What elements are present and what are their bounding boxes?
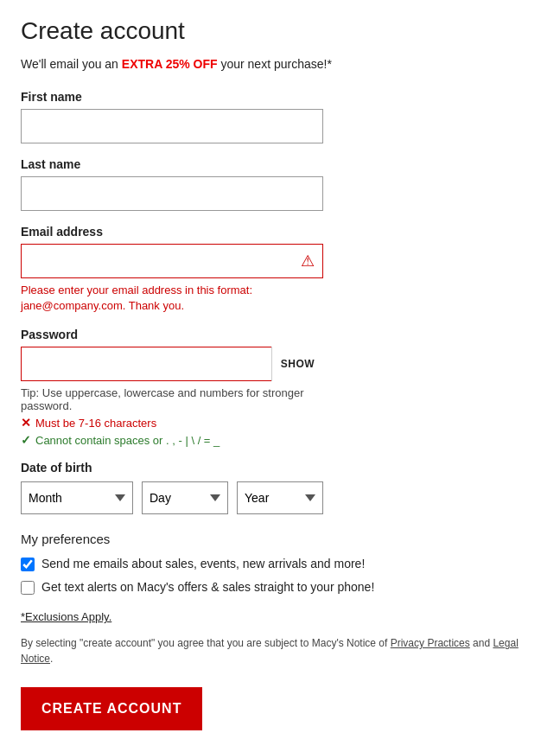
preferences-title: My preferences bbox=[21, 532, 539, 546]
page-title: Create account bbox=[21, 17, 539, 45]
dob-selects: MonthJanuaryFebruaryMarchAprilMayJuneJul… bbox=[21, 481, 539, 514]
promo-highlight: EXTRA 25% OFF bbox=[122, 57, 218, 71]
promo-banner: We'll email you an EXTRA 25% OFF your ne… bbox=[21, 57, 539, 71]
password-group: Password SHOW Tip: Use uppercase, lowerc… bbox=[21, 328, 539, 447]
year-select[interactable]: Year bbox=[237, 481, 323, 514]
email-input-wrapper: ⚠ bbox=[21, 244, 323, 278]
promo-prefix: We'll email you an bbox=[21, 57, 122, 71]
password-rule-error: ✕ Must be 7-16 characters bbox=[21, 416, 539, 430]
email-label: Email address bbox=[21, 225, 539, 239]
last-name-group: Last name bbox=[21, 157, 539, 211]
pref-item-text: Get text alerts on Macy's offers & sales… bbox=[21, 580, 539, 595]
rule-ok-text: Cannot contain spaces or . , - | \ / = _ bbox=[35, 434, 220, 447]
rule-check-icon: ✓ bbox=[21, 433, 31, 447]
dob-label: Date of birth bbox=[21, 461, 539, 475]
day-select[interactable]: Day bbox=[142, 481, 228, 514]
exclusions-apply[interactable]: *Exclusions Apply. bbox=[21, 610, 111, 623]
legal-middle: and bbox=[470, 637, 493, 649]
password-wrapper: SHOW bbox=[21, 347, 323, 381]
legal-prefix: By selecting "create account" you agree … bbox=[21, 637, 391, 649]
create-account-button[interactable]: CREATE ACCOUNT bbox=[21, 687, 202, 730]
password-label: Password bbox=[21, 328, 539, 341]
pref-email-checkbox[interactable] bbox=[21, 558, 35, 571]
first-name-input[interactable] bbox=[21, 109, 323, 143]
preferences-section: My preferences Send me emails about sale… bbox=[21, 532, 539, 595]
pref-email-label: Send me emails about sales, events, new … bbox=[41, 557, 365, 570]
password-tip: Tip: Use uppercase, lowercase and number… bbox=[21, 386, 323, 412]
last-name-input[interactable] bbox=[21, 176, 323, 211]
dob-section: Date of birth MonthJanuaryFebruaryMarchA… bbox=[21, 461, 539, 514]
first-name-group: First name bbox=[21, 90, 539, 143]
email-error-message: Please enter your email address in this … bbox=[21, 283, 323, 314]
pref-text-checkbox[interactable] bbox=[21, 581, 35, 595]
pref-text-label: Get text alerts on Macy's offers & sales… bbox=[41, 580, 374, 594]
rule-x-icon: ✕ bbox=[21, 416, 31, 430]
last-name-label: Last name bbox=[21, 157, 539, 171]
email-input[interactable] bbox=[21, 244, 323, 278]
pref-item-email: Send me emails about sales, events, new … bbox=[21, 557, 539, 571]
email-group: Email address ⚠ Please enter your email … bbox=[21, 225, 539, 314]
legal-suffix: . bbox=[50, 653, 53, 665]
legal-text: By selecting "create account" you agree … bbox=[21, 635, 539, 666]
promo-suffix: your next purchase!* bbox=[218, 57, 332, 71]
show-password-button[interactable]: SHOW bbox=[271, 347, 323, 381]
password-rule-ok: ✓ Cannot contain spaces or . , - | \ / =… bbox=[21, 433, 539, 447]
first-name-label: First name bbox=[21, 90, 539, 104]
rule-error-text: Must be 7-16 characters bbox=[35, 417, 156, 430]
privacy-practices-link[interactable]: Privacy Practices bbox=[391, 637, 470, 649]
month-select[interactable]: MonthJanuaryFebruaryMarchAprilMayJuneJul… bbox=[21, 481, 133, 514]
